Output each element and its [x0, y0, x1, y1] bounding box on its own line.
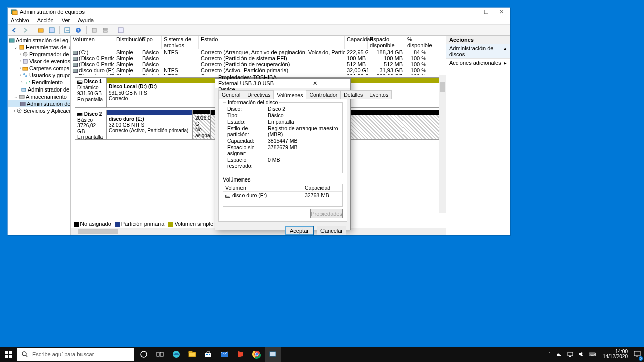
svg-point-16	[23, 73, 25, 75]
dialog-titlebar[interactable]: Propiedades: TOSHIBA External USB 3.0 US…	[215, 79, 350, 88]
office-icon[interactable]	[232, 347, 249, 362]
list-item[interactable]: 🖴 disco duro (E:)32768 MB	[223, 192, 342, 199]
menu-ver[interactable]: Ver	[62, 17, 70, 23]
svg-rect-27	[9, 355, 12, 358]
start-button[interactable]	[0, 347, 17, 362]
close-icon[interactable]: ✕	[283, 80, 347, 87]
svg-point-17	[25, 75, 27, 77]
svg-rect-8	[103, 28, 107, 30]
volumes-label: Volúmenes	[223, 176, 343, 183]
tab-controlador[interactable]: Controlador	[306, 90, 341, 99]
mail-icon[interactable]	[216, 347, 232, 362]
minimize-button[interactable]: ─	[463, 8, 478, 16]
svg-rect-34	[189, 351, 192, 353]
tree-item[interactable]: ›Programador de tareas	[8, 51, 70, 58]
toolbar-icon[interactable]	[101, 26, 110, 35]
toolbar-icon[interactable]	[47, 26, 56, 35]
svg-rect-46	[634, 351, 640, 356]
explorer-icon[interactable]	[184, 347, 200, 362]
search-placeholder: Escribe aquí para buscar	[32, 351, 94, 357]
volumes-list[interactable]: VolumenCapacidad 🖴 disco duro (E:)32768 …	[223, 184, 343, 207]
tree-storage[interactable]: ⌄Almacenamiento	[8, 93, 70, 100]
edge-icon[interactable]	[168, 347, 184, 362]
maximize-button[interactable]: ☐	[478, 8, 494, 16]
tab-directivas[interactable]: Directivas	[244, 90, 274, 99]
tab-detalles[interactable]: Detalles	[340, 90, 366, 99]
svg-rect-35	[205, 353, 211, 357]
svg-rect-2	[38, 29, 43, 32]
table-row[interactable]: (C:)SimpleBásicoNTFSCorrecto (Arranque, …	[71, 49, 446, 55]
search-box[interactable]: Escribe aquí para buscar	[17, 348, 134, 361]
actions-header: Acciones	[446, 36, 510, 44]
partition[interactable]: disco duro (E:)32,00 GB NTFSCorrecto (Ac…	[106, 110, 193, 140]
taskview-icon[interactable]	[152, 347, 168, 362]
chrome-icon[interactable]	[249, 347, 265, 362]
tab-volumenes[interactable]: Volúmenes	[273, 90, 306, 99]
window-title: Administración de equipos	[20, 9, 463, 15]
system-tray: ˄ ⌨	[544, 351, 600, 358]
toolbar-icon[interactable]	[116, 26, 125, 35]
svg-rect-1	[12, 11, 17, 15]
tree-root[interactable]: Administración del equipo (loc	[8, 37, 70, 44]
menu-accion[interactable]: Acción	[37, 17, 54, 23]
tree-item[interactable]: ›Usuarios y grupos local	[8, 72, 70, 79]
tree-item[interactable]: ›Carpetas compartidas	[8, 65, 70, 72]
search-icon	[21, 351, 28, 358]
tree-system-tools[interactable]: ⌄Herramientas del sistema	[8, 44, 70, 51]
toolbar-icon[interactable]	[36, 26, 45, 35]
taskbar-app-icon[interactable]	[265, 347, 281, 362]
back-button[interactable]	[10, 26, 19, 35]
refresh-icon[interactable]	[63, 26, 72, 35]
taskbar: Escribe aquí para buscar ˄ ⌨ 14:00 14/12…	[0, 347, 644, 362]
menu-ayuda[interactable]: Ayuda	[78, 17, 94, 23]
cancel-button[interactable]: Cancelar	[317, 226, 346, 235]
table-row[interactable]: disco duro (E:)SimpleBásicoNTFSCorrecto …	[71, 67, 446, 73]
svg-rect-18	[22, 88, 26, 91]
tree-disk-management[interactable]: Administración de disco	[8, 100, 70, 107]
svg-point-13	[23, 52, 27, 56]
partition-unallocated[interactable]: 2016,00 GNo asigna	[193, 110, 211, 140]
notifications-icon[interactable]: 5	[631, 347, 644, 362]
table-row[interactable]: (Disco 0 Partición 4)SimpleBásicoCorrect…	[71, 61, 446, 67]
disk-info-group: Información del disco Disco:Disco 2Tipo:…	[223, 102, 343, 173]
tab-general[interactable]: General	[218, 90, 244, 99]
actions-pane: Acciones Administración de discos▴ Accio…	[446, 36, 510, 235]
svg-rect-12	[20, 45, 24, 49]
network-icon[interactable]	[567, 351, 574, 358]
volume-icon[interactable]	[578, 351, 585, 358]
help-icon[interactable]: ?	[74, 26, 83, 35]
svg-point-28	[22, 352, 26, 356]
svg-rect-24	[5, 351, 8, 354]
ok-button[interactable]: Aceptar	[285, 226, 314, 235]
menu-archivo[interactable]: Archivo	[11, 17, 29, 23]
toolbar: ?	[8, 25, 510, 36]
actions-item[interactable]: Administración de discos▴	[446, 44, 510, 59]
onedrive-icon[interactable]	[555, 351, 562, 358]
forward-button[interactable]	[21, 26, 30, 35]
chevron-right-icon: ▸	[504, 60, 507, 66]
language-indicator[interactable]: ⌨	[589, 352, 596, 357]
close-button[interactable]: ✕	[494, 8, 509, 16]
tree-item[interactable]: Administrador de disp	[8, 86, 70, 93]
svg-rect-43	[270, 352, 276, 356]
store-icon[interactable]	[200, 347, 216, 362]
svg-point-29	[141, 351, 147, 357]
tree-services[interactable]: ›Servicios y Aplicaciones	[8, 107, 70, 114]
svg-rect-21	[20, 104, 25, 106]
properties-button: Propiedades	[310, 209, 343, 218]
tree-item[interactable]: ›Visor de eventos	[8, 58, 70, 65]
cortana-icon[interactable]	[136, 347, 152, 362]
svg-rect-10	[118, 28, 123, 33]
tree-item[interactable]: ›Rendimiento	[8, 79, 70, 86]
svg-rect-19	[19, 95, 24, 98]
disk-label: 🖴 Disco 2 Básico 3726,02 GB En pantalla	[75, 110, 106, 140]
table-header[interactable]: VolumenDistribuciónTipoSistema de archiv…	[71, 36, 446, 49]
actions-more[interactable]: Acciones adicionales▸	[446, 59, 510, 67]
titlebar[interactable]: Administración de equipos ─ ☐ ✕	[8, 8, 510, 16]
scrollbar-vertical[interactable]	[439, 75, 446, 213]
tab-eventos[interactable]: Eventos	[366, 90, 392, 99]
table-row[interactable]: (Disco 0 Partición 1)SimpleBásicoCorrect…	[71, 55, 446, 61]
clock[interactable]: 14:00 14/12/2020	[600, 349, 631, 359]
tray-chevron-icon[interactable]: ˄	[548, 351, 551, 358]
toolbar-icon[interactable]	[90, 26, 99, 35]
